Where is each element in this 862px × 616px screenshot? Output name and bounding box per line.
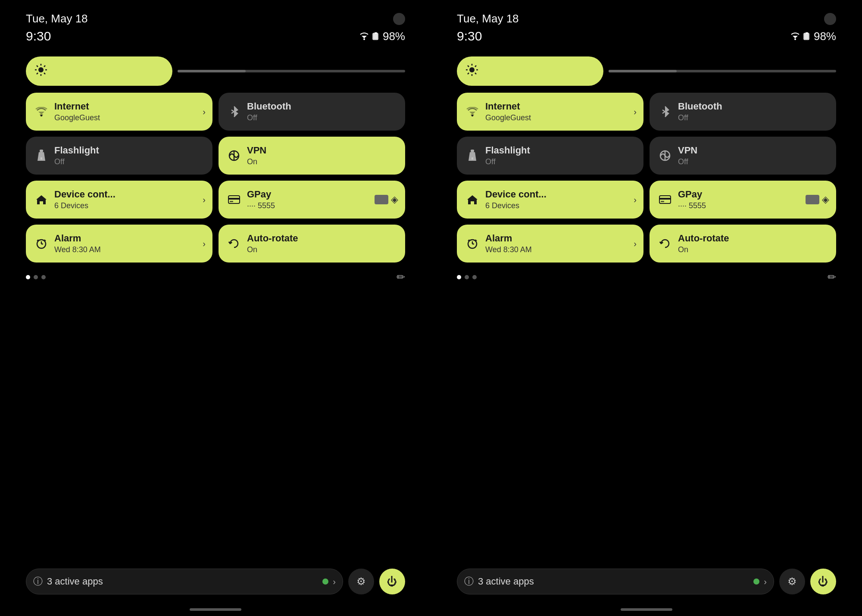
tile-text-internet: Internet GoogleGuest [54, 101, 100, 122]
home-indicator [190, 608, 241, 611]
tile-text-autorotate: Auto-rotate On [247, 233, 298, 254]
tile-subtitle-alarm: Wed 8:30 AM [485, 245, 532, 254]
pagination-dot-2[interactable] [41, 275, 46, 279]
tile-text-internet: Internet GoogleGuest [485, 101, 531, 122]
tile-text-autorotate: Auto-rotate On [678, 233, 729, 254]
tile-text-gpay: GPay ···· 5555 [247, 189, 275, 210]
active-apps-pill[interactable]: ⓘ 3 active apps › [457, 569, 774, 594]
phone-screen-screen-left: Tue, May 18 9:30 98% [0, 0, 431, 616]
status-bar-top: Tue, May 18 [0, 0, 431, 25]
tile-subtitle-bluetooth: Off [678, 113, 722, 122]
svg-rect-3 [375, 32, 377, 34]
tile-subtitle-bluetooth: Off [247, 113, 291, 122]
tile-text-bluetooth: Bluetooth Off [678, 101, 722, 122]
brightness-pill[interactable] [26, 56, 172, 86]
tile-title-flashlight: Flashlight [485, 145, 530, 156]
tile-subtitle-autorotate: On [678, 245, 729, 254]
edit-tiles-button[interactable]: ✏ [828, 271, 836, 283]
camera-cutout [824, 13, 836, 25]
status-bar-top: Tue, May 18 [431, 0, 862, 25]
tile-title-alarm: Alarm [54, 233, 101, 244]
active-apps-chevron-icon: › [764, 577, 767, 587]
settings-button[interactable]: ⚙ [348, 569, 374, 594]
tile-bluetooth[interactable]: Bluetooth Off [650, 93, 836, 131]
tile-autorotate[interactable]: Auto-rotate On [219, 225, 405, 263]
card-chip-icon [806, 195, 819, 204]
tile-icon-bluetooth [227, 106, 241, 118]
status-icons: 98% [790, 30, 836, 43]
tile-internet[interactable]: Internet GoogleGuest › [457, 93, 643, 131]
pagination-dot-0[interactable] [26, 275, 30, 279]
tile-vpn[interactable]: VPN Off [650, 137, 836, 175]
brightness-pill[interactable] [457, 56, 603, 86]
power-button[interactable]: ⏻ [810, 569, 836, 594]
tile-device-control[interactable]: Device cont... 6 Devices › [457, 181, 643, 219]
tile-bluetooth[interactable]: Bluetooth Off [219, 93, 405, 131]
svg-line-39 [475, 66, 476, 67]
tile-title-vpn: VPN [247, 145, 266, 156]
tile-chevron-icon: › [634, 195, 637, 205]
tile-flashlight[interactable]: Flashlight Off [457, 137, 643, 175]
phone-screen-screen-right: Tue, May 18 9:30 98% [431, 0, 862, 616]
svg-rect-44 [471, 150, 474, 152]
tile-subtitle-device-control: 6 Devices [54, 201, 116, 210]
wifi-status-icon [790, 32, 800, 40]
card-icon-group: ◈ [375, 194, 398, 205]
pagination-dot-0[interactable] [457, 275, 461, 279]
status-date: Tue, May 18 [26, 12, 88, 25]
power-button[interactable]: ⏻ [379, 569, 405, 594]
tile-chevron-icon: › [634, 107, 637, 117]
pagination-dot-2[interactable] [472, 275, 477, 279]
pagination-row: ✏ [457, 271, 836, 283]
tile-subtitle-alarm: Wed 8:30 AM [54, 245, 101, 254]
tile-subtitle-vpn: On [247, 157, 266, 166]
tile-text-flashlight: Flashlight Off [485, 145, 530, 166]
tile-title-bluetooth: Bluetooth [678, 101, 722, 112]
tile-alarm[interactable]: Alarm Wed 8:30 AM › [26, 225, 212, 263]
edit-tiles-button[interactable]: ✏ [397, 271, 405, 283]
tile-text-vpn: VPN On [247, 145, 266, 166]
tile-text-gpay: GPay ···· 5555 [678, 189, 706, 210]
battery-status-icon [372, 32, 379, 40]
tile-chevron-icon: › [203, 195, 206, 205]
tile-subtitle-flashlight: Off [485, 157, 530, 166]
tile-icon-rotate [658, 238, 672, 250]
quick-settings-panel: Internet GoogleGuest › Bluetooth Off [457, 56, 836, 283]
tile-title-vpn: VPN [678, 145, 697, 156]
tile-title-device-control: Device cont... [54, 189, 116, 200]
brightness-row[interactable] [26, 56, 405, 86]
tile-text-device-control: Device cont... 6 Devices [485, 189, 547, 210]
tile-title-gpay: GPay [678, 189, 706, 200]
tile-text-alarm: Alarm Wed 8:30 AM [54, 233, 101, 254]
tile-icon-home [465, 194, 479, 206]
pagination-dot-1[interactable] [34, 275, 38, 279]
tile-device-control[interactable]: Device cont... 6 Devices › [26, 181, 212, 219]
active-apps-pill[interactable]: ⓘ 3 active apps › [26, 569, 343, 594]
tile-gpay[interactable]: GPay ···· 5555 ◈ [650, 181, 836, 219]
brightness-row[interactable] [457, 56, 836, 86]
tile-alarm[interactable]: Alarm Wed 8:30 AM › [457, 225, 643, 263]
settings-button[interactable]: ⚙ [779, 569, 805, 594]
svg-rect-49 [659, 198, 671, 200]
tile-internet[interactable]: Internet GoogleGuest › [26, 93, 212, 131]
svg-point-32 [469, 67, 475, 72]
tile-subtitle-device-control: 6 Devices [485, 201, 547, 210]
battery-percentage: 98% [814, 30, 836, 43]
tile-text-bluetooth: Bluetooth Off [247, 101, 291, 122]
tile-flashlight[interactable]: Flashlight Off [26, 137, 212, 175]
tile-text-device-control: Device cont... 6 Devices [54, 189, 116, 210]
brightness-slider[interactable] [178, 70, 405, 72]
tile-icon-card [658, 195, 672, 204]
camera-cutout [393, 13, 405, 25]
tile-gpay[interactable]: GPay ···· 5555 ◈ [219, 181, 405, 219]
brightness-slider[interactable] [609, 70, 836, 72]
tile-vpn[interactable]: VPN On [219, 137, 405, 175]
svg-rect-4 [373, 34, 378, 39]
pagination-dot-1[interactable] [465, 275, 469, 279]
tile-icon-alarm [465, 238, 479, 250]
svg-line-40 [468, 73, 469, 74]
tile-autorotate[interactable]: Auto-rotate On [650, 225, 836, 263]
brightness-icon [465, 63, 478, 79]
svg-rect-23 [230, 201, 233, 202]
home-indicator [621, 608, 672, 611]
